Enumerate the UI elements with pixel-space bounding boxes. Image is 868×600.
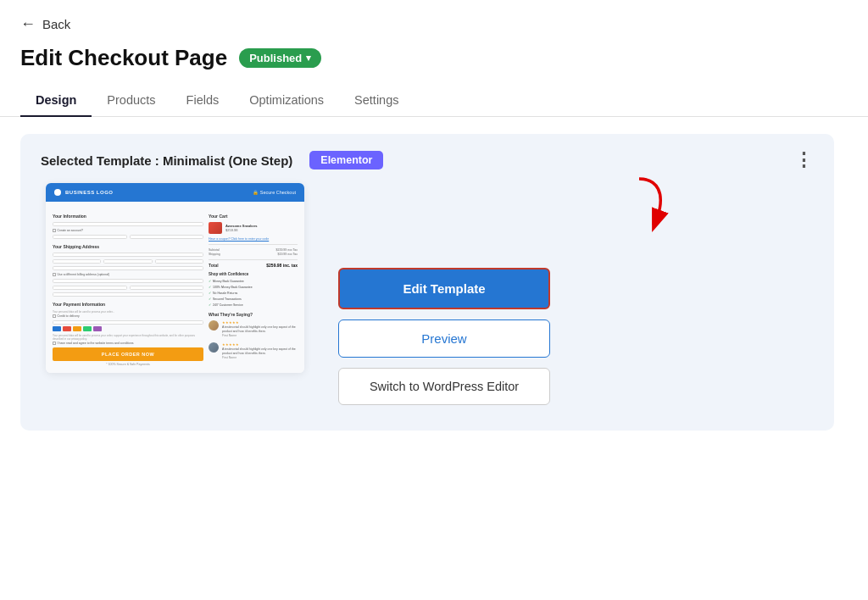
preview-confidence-2: ✓ 100% Money Back Guarantee — [209, 285, 298, 289]
preview-shipping-title: Your Shipping Address — [53, 244, 203, 249]
preview-secure-text: * 100% Secure & Safe Payments — [53, 363, 203, 366]
preview-shipping-addr — [53, 266, 203, 270]
preview-billing-label: Use a different billing address (optiona… — [58, 273, 110, 276]
template-preview: BUSINESS LOGO 🔒 Secure Checkout Your Inf… — [46, 183, 304, 373]
preview-product-price: $259.98 — [225, 228, 298, 232]
preview-card-icons — [53, 326, 203, 331]
preview-mc-icon — [63, 326, 71, 331]
tab-optimizations[interactable]: Optimizations — [234, 85, 339, 117]
switch-editor-button[interactable]: Switch to WordPress Editor — [338, 368, 550, 405]
preview-paypal-icon — [93, 326, 102, 331]
preview-tip — [53, 292, 203, 297]
preview-visa-icon — [53, 326, 61, 331]
preview-avatar-2 — [209, 342, 219, 353]
preview-city — [53, 259, 101, 264]
preview-state — [103, 259, 152, 264]
preview-terms-checkbox — [53, 342, 56, 345]
tab-design[interactable]: Design — [20, 85, 92, 117]
preview-total-row: Total $259.98 inc. tax — [209, 263, 298, 268]
preview-confidence-text-2: 100% Money Back Guarantee — [213, 286, 253, 289]
tab-fields[interactable]: Fields — [171, 85, 235, 117]
preview-testimonial-2: ★★★★★ A testimonial should highlight onl… — [209, 342, 298, 359]
preview-avatar-1 — [209, 320, 219, 331]
preview-free-ship — [53, 286, 127, 290]
preview-terms-text: Your personal data will be used to proce… — [53, 334, 203, 341]
template-card-title-area: Selected Template : Minimalist (One Step… — [41, 151, 383, 169]
preview-product-image — [209, 222, 222, 234]
preview-total-value: $259.98 inc. tax — [266, 263, 298, 268]
preview-logo: BUSINESS LOGO — [54, 189, 114, 196]
preview-testimonials-title: What They're Saying? — [209, 312, 298, 317]
preview-checkbox-label: Create an account? — [58, 229, 84, 232]
preview-check-icon-5: ✓ — [209, 303, 211, 307]
preview-shipping-row: Shipping $19.99 exc Tax — [209, 253, 298, 256]
preview-first-name — [53, 235, 127, 239]
template-card-header: Selected Template : Minimalist (One Step… — [20, 134, 834, 183]
preview-body: Your Information Create an account? Your… — [46, 202, 304, 373]
preview-button[interactable]: Preview — [338, 319, 550, 358]
template-card: Selected Template : Minimalist (One Step… — [20, 134, 834, 431]
tab-settings[interactable]: Settings — [339, 85, 414, 117]
selected-template-label: Selected Template : Minimalist (One Step… — [41, 153, 292, 168]
page-header: Edit Checkout Page Published ▾ — [0, 42, 868, 85]
published-badge[interactable]: Published ▾ — [239, 48, 321, 68]
preview-card-check: Credit to delivery — [53, 314, 203, 318]
preview-city-row — [53, 259, 203, 264]
preview-reviewer-1-name: First Name — [222, 334, 298, 337]
preview-check-icon-3: ✓ — [209, 291, 211, 295]
preview-divider-2 — [209, 259, 298, 260]
preview-confidence-3: ✓ No Hassle Returns — [209, 291, 298, 295]
preview-subtotal-row: Subtotal $239.99 exc Tax — [209, 248, 298, 252]
preview-ship-cost — [130, 286, 204, 290]
preview-secure-checkout: 🔒 Secure Checkout — [253, 190, 296, 195]
preview-payment-desc: Your personal data will be used to proce… — [53, 310, 203, 314]
preview-testimonial-1-text: A testimonial should highlight only one … — [222, 325, 298, 334]
red-arrow-indicator — [609, 175, 677, 242]
preview-confidence-text-3: No Hassle Returns — [213, 292, 237, 295]
preview-total-label: Total — [209, 263, 219, 268]
page-title: Edit Checkout Page — [20, 45, 227, 71]
preview-left-column: Your Information Create an account? Your… — [53, 208, 203, 366]
preview-account-check: Create an account? — [53, 229, 203, 232]
preview-shipping-opt — [53, 279, 203, 283]
published-label: Published — [249, 52, 302, 64]
template-card-body: BUSINESS LOGO 🔒 Secure Checkout Your Inf… — [20, 183, 834, 405]
more-options-button[interactable]: ⋮ — [794, 149, 814, 171]
preview-address-field — [53, 253, 203, 257]
preview-zip — [155, 259, 203, 264]
preview-amex-icon — [73, 326, 81, 331]
tab-products[interactable]: Products — [92, 85, 170, 117]
preview-logo-dot — [54, 189, 61, 196]
preview-email-field — [53, 222, 203, 226]
elementor-badge: Elementor — [309, 151, 383, 169]
template-actions: Edit Template Preview Switch to WordPres… — [338, 183, 809, 405]
back-arrow-icon: ← — [20, 15, 36, 33]
preview-subtotal-val: $239.99 exc Tax — [276, 248, 298, 252]
preview-product-info: Awesome Sneakers $259.98 — [225, 224, 298, 232]
back-label: Back — [42, 17, 70, 31]
preview-confidence-text-1: Money Back Guarantee — [213, 280, 244, 283]
preview-name-row — [53, 235, 203, 239]
preview-confidence-text-4: Secured Transactions — [213, 297, 242, 301]
main-content: Selected Template : Minimalist (One Step… — [0, 134, 868, 431]
preview-billing-check: Use a different billing address (optiona… — [53, 273, 203, 276]
preview-reviewer-2-name: First Name — [222, 356, 298, 359]
preview-divider-1 — [209, 244, 298, 245]
preview-checkbox — [53, 229, 56, 232]
edit-template-button[interactable]: Edit Template — [338, 268, 550, 309]
preview-cart-title: Your Cart — [209, 214, 298, 219]
preview-terms-check: I have read and agree to the website ter… — [53, 342, 203, 345]
preview-subtotal-label: Subtotal — [209, 248, 220, 252]
preview-check-icon-2: ✓ — [209, 285, 211, 289]
preview-last-name — [130, 235, 204, 239]
preview-coupon-link: Have a coupon? Click here to enter your … — [209, 237, 298, 241]
preview-cart-item: Awesome Sneakers $259.98 — [209, 222, 298, 234]
template-name: Minimalist (One Step) — [163, 153, 292, 168]
preview-discover-icon — [83, 326, 92, 331]
preview-header-bar: BUSINESS LOGO 🔒 Secure Checkout — [46, 183, 304, 202]
preview-card-label: Credit to delivery — [58, 314, 80, 318]
preview-stars-1: ★★★★★ — [222, 320, 298, 325]
preview-check-icon-1: ✓ — [209, 279, 211, 283]
back-navigation[interactable]: ← Back — [0, 0, 868, 42]
preview-card-number — [53, 320, 203, 325]
